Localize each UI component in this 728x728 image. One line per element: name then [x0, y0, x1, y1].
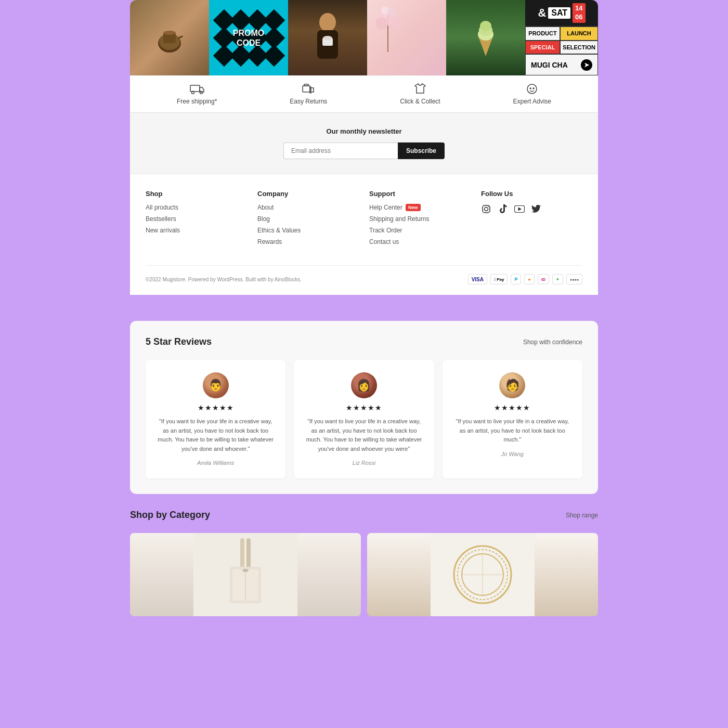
sat-label: SAT — [548, 7, 570, 19]
banner-badges-grid: PRODUCT LAUNCH SPECIAL SELECTION MUGI CH… — [525, 27, 598, 75]
paypal-icon: P — [511, 274, 521, 284]
tiktok-icon[interactable] — [498, 204, 508, 214]
expert-advise-label: Expert Advise — [513, 98, 551, 105]
svg-point-11 — [375, 17, 388, 30]
footer-bottom: ©2022 Mugistore. Powered by WordPress. B… — [146, 265, 582, 284]
banner-woman-image — [288, 0, 367, 75]
subscribe-button[interactable]: Subscribe — [398, 142, 445, 159]
footer-link-new-arrivals[interactable]: New arrivals — [146, 227, 247, 234]
multicolor-payment-icon: ✦ — [552, 274, 563, 284]
review-card-1: 👨 ★★★★★ "If you want to live your life i… — [146, 360, 285, 478]
mastercard-icon: ●● — [524, 274, 535, 284]
review-card-3: 🧑 ★★★★★ "If you want to live your life i… — [443, 360, 582, 478]
stars-1: ★★★★★ — [156, 404, 275, 412]
newsletter-section: Our monthly newsletter Subscribe — [130, 112, 598, 174]
twitter-icon[interactable] — [531, 204, 541, 214]
support-column-title: Support — [369, 190, 471, 198]
footer-link-rewards[interactable]: Rewards — [257, 238, 359, 245]
banner-icecream-image — [446, 0, 525, 75]
category-section-header: Shop by Category Shop range — [130, 510, 598, 521]
svg-point-21 — [200, 92, 202, 94]
footer-support-column: Support Help Center New Shipping and Ret… — [369, 190, 471, 250]
banner-section: PROMO CODE — [130, 0, 598, 295]
reviewer-name-3: Jo Wang — [453, 451, 572, 457]
banner-tea-image — [130, 0, 209, 75]
promo-code-text: PROMO CODE — [233, 28, 264, 47]
easy-returns-label: Easy Returns — [290, 98, 327, 105]
footer-link-shipping-returns[interactable]: Shipping and Returns — [369, 215, 471, 223]
social-icons-row — [481, 204, 582, 214]
footer-link-ethics[interactable]: Ethics & Values — [257, 227, 359, 234]
selection-badge: SELECTION — [560, 41, 598, 55]
avatar-1: 👨 — [203, 372, 229, 398]
svg-point-3 — [163, 31, 176, 35]
payment-icons-row: VISA  Pay P ●● iD ✦ ●●●● — [468, 274, 582, 284]
category-section-title: Shop by Category — [130, 510, 210, 521]
svg-point-20 — [191, 92, 194, 94]
ideal-icon: iD — [538, 274, 549, 284]
category-card-bags[interactable] — [130, 533, 361, 616]
shop-column-title: Shop — [146, 190, 247, 198]
visa-payment-icon: VISA — [468, 274, 487, 284]
avatar-2: 👩 — [351, 372, 377, 398]
svg-rect-19 — [190, 85, 200, 92]
svg-line-4 — [179, 36, 182, 38]
svg-point-18 — [480, 21, 491, 31]
category-section-link[interactable]: Shop range — [566, 512, 598, 519]
footer-link-bestsellers[interactable]: Bestsellers — [146, 215, 247, 223]
footer-link-track-order[interactable]: Track Order — [369, 227, 471, 234]
newsletter-title: Our monthly newsletter — [140, 127, 588, 135]
reviews-section-title: 5 Star Reviews — [146, 336, 212, 347]
free-shipping-label: Free shipping* — [177, 98, 217, 105]
footer-link-help-center[interactable]: Help Center New — [369, 204, 471, 211]
footer-link-blog[interactable]: Blog — [257, 215, 359, 223]
footer-link-all-products[interactable]: All products — [146, 204, 247, 211]
feature-free-shipping: Free shipping* — [177, 83, 217, 105]
category-card-jewelry[interactable] — [367, 533, 598, 616]
svg-rect-23 — [304, 84, 308, 86]
footer-company-column: Company About Blog Ethics & Values Rewar… — [257, 190, 359, 250]
applepay-icon:  Pay — [490, 274, 508, 284]
svg-point-8 — [323, 36, 332, 40]
reviews-grid: 👨 ★★★★★ "If you want to live your life i… — [146, 360, 582, 478]
svg-point-14 — [387, 8, 397, 18]
svg-point-5 — [319, 13, 336, 32]
features-bar: Free shipping* Easy Returns — [130, 75, 598, 112]
launch-badge: LAUNCH — [560, 27, 598, 41]
reviews-section-header: 5 Star Reviews Shop with confidence — [146, 336, 582, 347]
email-input[interactable] — [283, 142, 398, 159]
help-new-badge: New — [406, 204, 421, 211]
newsletter-form: Subscribe — [140, 142, 588, 159]
copyright-text: ©2022 Mugistore. Powered by WordPress. B… — [146, 277, 302, 282]
banner-flowers-image — [367, 0, 446, 75]
footer-link-contact[interactable]: Contact us — [369, 238, 471, 245]
review-text-3: "If you want to live your life in a crea… — [453, 417, 572, 445]
feature-expert-advise: Expert Advise — [513, 83, 551, 105]
footer-link-about[interactable]: About — [257, 204, 359, 211]
category-grid — [130, 533, 598, 616]
avatar-3: 🧑 — [499, 372, 525, 398]
instagram-icon[interactable] — [481, 204, 491, 214]
review-text-2: "If you want to live your life in a crea… — [304, 417, 423, 453]
svg-point-27 — [533, 88, 534, 89]
youtube-icon[interactable] — [514, 204, 525, 214]
svg-marker-32 — [518, 207, 522, 211]
svg-point-26 — [530, 88, 531, 89]
stars-3: ★★★★★ — [453, 404, 572, 412]
category-section: Shop by Category Shop range — [130, 510, 598, 621]
mugicha-arrow-icon: ➤ — [581, 59, 592, 71]
svg-rect-34 — [240, 538, 244, 569]
shirt-icon — [413, 83, 427, 95]
truck-icon — [190, 83, 204, 95]
generic-payment-icon: ●●●● — [566, 274, 582, 284]
svg-point-25 — [527, 84, 537, 94]
mugicha-badge[interactable]: MUGI CHA ➤ — [525, 54, 598, 75]
date-box: 14 06 — [573, 3, 585, 23]
product-badge: PRODUCT — [525, 27, 560, 41]
reviewer-name-1: Amila Williams — [156, 460, 275, 466]
banner-promo-image: PROMO CODE — [209, 0, 288, 75]
svg-rect-22 — [303, 86, 310, 92]
footer-columns-grid: Shop All products Bestsellers New arriva… — [146, 190, 582, 250]
footer-follow-column: Follow Us — [481, 190, 582, 250]
reviews-section-link[interactable]: Shop with confidence — [523, 339, 582, 346]
